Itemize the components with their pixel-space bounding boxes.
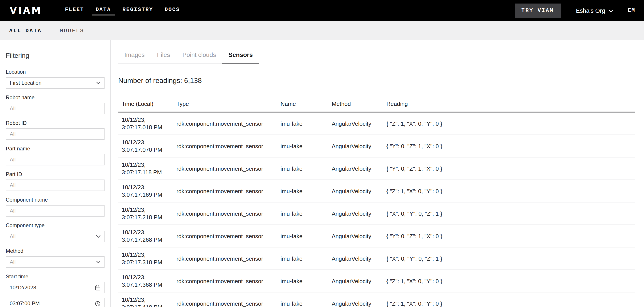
cell-name: imu-fake xyxy=(277,157,328,180)
cell-time-date: 10/12/23, xyxy=(122,161,170,168)
cell-reading: { "Z": 1, "X": 0, "Y": 0 } xyxy=(383,112,635,135)
nav-divider xyxy=(50,4,50,17)
chevron-down-icon xyxy=(96,261,100,263)
filter-label: Component type xyxy=(6,222,104,228)
robot-name-input[interactable] xyxy=(6,103,104,114)
table-row: 10/12/23, 3:07:17.268 PM rdk:component:m… xyxy=(118,225,635,247)
page-content: Filtering Location First Location Robot … xyxy=(0,40,644,307)
table-body: 10/12/23, 3:07:17.018 PM rdk:component:m… xyxy=(118,112,635,307)
cell-time: 10/12/23, 3:07:17.169 PM xyxy=(118,180,173,202)
try-viam-button[interactable]: TRY VIAM xyxy=(515,4,560,18)
method-select-value: All xyxy=(10,259,16,265)
cell-time-date: 10/12/23, xyxy=(122,184,170,191)
cell-time-clock: 3:07:17.318 PM xyxy=(122,258,170,266)
org-dropdown[interactable]: Esha's Org xyxy=(576,7,613,14)
start-date-value: 10/12/2023 xyxy=(10,284,36,291)
filter-part-name: Part name xyxy=(6,146,104,166)
nav-item-data[interactable]: DATA xyxy=(92,6,115,16)
cell-method: AngularVelocity xyxy=(328,270,383,292)
table-row: 10/12/23, 3:07:17.018 PM rdk:component:m… xyxy=(118,112,635,135)
sidebar-title: Filtering xyxy=(6,52,104,59)
cell-time-date: 10/12/23, xyxy=(122,138,170,146)
cell-time-date: 10/12/23, xyxy=(122,296,170,304)
cell-name: imu-fake xyxy=(277,225,328,247)
filter-label: Robot ID xyxy=(6,120,104,126)
chevron-down-icon xyxy=(609,10,613,12)
filter-label: Location xyxy=(6,69,104,75)
cell-time-clock: 3:07:17.418 PM xyxy=(122,304,170,307)
table-row: 10/12/23, 3:07:17.418 PM rdk:component:m… xyxy=(118,292,635,307)
cell-method: AngularVelocity xyxy=(328,180,383,202)
viam-app: VIAM FLEET DATA REGISTRY DOCS TRY VIAM E… xyxy=(0,0,644,307)
cell-method: AngularVelocity xyxy=(328,247,383,270)
user-avatar[interactable]: EM xyxy=(628,8,635,14)
location-select[interactable]: First Location xyxy=(6,77,104,89)
start-time-value: 03:07:00 PM xyxy=(10,300,40,306)
cell-reading: { "Y": 0, "Z": 1, "X": 0 } xyxy=(383,225,635,247)
part-name-input[interactable] xyxy=(6,154,104,166)
cell-method: AngularVelocity xyxy=(328,112,383,135)
start-date-picker[interactable]: 10/12/2023 xyxy=(6,282,104,293)
cell-name: imu-fake xyxy=(277,270,328,292)
cell-reading: { "Y": 0, "Z": 1, "X": 0 } xyxy=(383,157,635,180)
cell-reading: { "X": 0, "Y": 0, "Z": 1 } xyxy=(383,247,635,270)
subnav-item-models[interactable]: MODELS xyxy=(60,28,84,34)
filter-label: Part name xyxy=(6,146,104,152)
cell-time-clock: 3:07:17.368 PM xyxy=(122,281,170,288)
component-name-input[interactable] xyxy=(6,205,104,216)
filter-component-type: Component type All xyxy=(6,222,104,242)
cell-method: AngularVelocity xyxy=(328,292,383,307)
viam-logo[interactable]: VIAM xyxy=(10,5,42,16)
data-type-tabs: Images Files Point clouds Sensors xyxy=(118,51,259,64)
cell-time-clock: 3:07:17.018 PM xyxy=(122,124,170,131)
column-header-method: Method xyxy=(328,97,383,112)
nav-item-registry[interactable]: REGISTRY xyxy=(118,6,157,16)
cell-method: AngularVelocity xyxy=(328,202,383,225)
table-row: 10/12/23, 3:07:17.318 PM rdk:component:m… xyxy=(118,247,635,270)
location-select-value: First Location xyxy=(10,80,42,86)
cell-type: rdk:component:movement_sensor xyxy=(173,292,277,307)
tab-sensors[interactable]: Sensors xyxy=(222,51,259,63)
tab-point-clouds[interactable]: Point clouds xyxy=(176,51,222,63)
filter-label: Start time xyxy=(6,274,104,280)
cell-time-date: 10/12/23, xyxy=(122,116,170,124)
tab-files[interactable]: Files xyxy=(151,51,176,63)
start-time-picker[interactable]: 03:07:00 PM xyxy=(6,298,104,307)
cell-reading: { "Z": 1, "X": 0, "Y": 0 } xyxy=(383,270,635,292)
method-select[interactable]: All xyxy=(6,256,104,268)
table-row: 10/12/23, 3:07:17.118 PM rdk:component:m… xyxy=(118,157,635,180)
component-type-select-value: All xyxy=(10,233,16,240)
table-header: Time (Local) Type Name Method Reading xyxy=(118,97,635,112)
filter-robot-name: Robot name xyxy=(6,94,104,114)
topnav-right: TRY VIAM Esha's Org EM xyxy=(515,4,635,18)
cell-time-clock: 3:07:17.268 PM xyxy=(122,236,170,244)
component-type-select[interactable]: All xyxy=(6,231,104,242)
filter-label: Method xyxy=(6,248,104,254)
table-row: 10/12/23, 3:07:17.070 PM rdk:component:m… xyxy=(118,135,635,157)
nav-item-fleet[interactable]: FLEET xyxy=(61,6,88,16)
cell-time: 10/12/23, 3:07:17.318 PM xyxy=(118,247,173,270)
column-header-type: Type xyxy=(173,97,277,112)
subnav-item-all-data[interactable]: ALL DATA xyxy=(9,28,42,34)
filter-label: Part ID xyxy=(6,171,104,177)
cell-time: 10/12/23, 3:07:17.018 PM xyxy=(118,112,173,135)
robot-id-input[interactable] xyxy=(6,128,104,140)
cell-type: rdk:component:movement_sensor xyxy=(173,247,277,270)
cell-type: rdk:component:movement_sensor xyxy=(173,225,277,247)
part-id-input[interactable] xyxy=(6,180,104,191)
cell-method: AngularVelocity xyxy=(328,225,383,247)
cell-time: 10/12/23, 3:07:17.368 PM xyxy=(118,270,173,292)
filter-sidebar: Filtering Location First Location Robot … xyxy=(0,40,111,307)
cell-reading: { "Y": 0, "Z": 1, "X": 0 } xyxy=(383,135,635,157)
top-navigation: VIAM FLEET DATA REGISTRY DOCS TRY VIAM E… xyxy=(0,0,644,21)
filter-start-time: Start time 10/12/2023 03:07:00 PM xyxy=(6,274,104,307)
nav-item-docs[interactable]: DOCS xyxy=(160,6,184,16)
cell-time-date: 10/12/23, xyxy=(122,206,170,214)
clock-icon xyxy=(95,300,100,306)
cell-name: imu-fake xyxy=(277,135,328,157)
cell-time: 10/12/23, 3:07:17.268 PM xyxy=(118,225,173,247)
cell-type: rdk:component:movement_sensor xyxy=(173,112,277,135)
cell-type: rdk:component:movement_sensor xyxy=(173,135,277,157)
cell-method: AngularVelocity xyxy=(328,157,383,180)
tab-images[interactable]: Images xyxy=(118,51,151,63)
